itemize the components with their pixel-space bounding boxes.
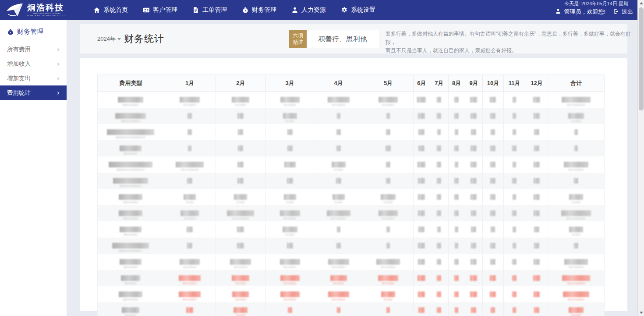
redacted-value (376, 259, 400, 265)
redacted-value (513, 113, 516, 119)
redacted-value (328, 97, 350, 103)
column-header-7: 7月 (430, 75, 448, 92)
redacted-value (238, 129, 243, 135)
column-header-11: 11月 (503, 75, 525, 92)
nav-item-workorders[interactable]: 工单管理 (186, 0, 233, 20)
table-cell (98, 108, 164, 124)
redacted-value (437, 178, 441, 184)
redacted-value (471, 194, 477, 200)
nav-item-label: 客户管理 (153, 6, 177, 14)
scrollbar-up-arrow[interactable] (638, 0, 644, 7)
table-cell (98, 238, 164, 254)
redacted-value (337, 227, 340, 232)
redacted-value (470, 291, 477, 297)
brand-logo-group[interactable]: 炯浩科技 HEILONGJIANG JIONGHAO SCIENCE AND T… (0, 3, 81, 17)
table-cell (216, 92, 266, 108)
redacted-value (287, 129, 293, 135)
redacted-value (122, 307, 139, 313)
scrollbar-thumb[interactable] (639, 7, 644, 110)
nav-item-hr[interactable]: 人力资源 (285, 0, 332, 20)
redacted-value (568, 113, 584, 119)
redacted-value (234, 194, 247, 200)
table-cell (548, 286, 605, 302)
redacted-value (120, 259, 142, 265)
redacted-value (437, 275, 441, 281)
table-cell (430, 156, 448, 173)
table-cell (413, 302, 430, 316)
scrollbar-down-arrow[interactable] (638, 309, 644, 316)
redacted-value (534, 307, 539, 313)
redacted-value (418, 113, 425, 119)
nav-item-settings[interactable]: 系统设置 (335, 0, 382, 20)
redacted-value (513, 194, 516, 200)
redacted-value (287, 178, 293, 184)
nav-item-label: 系统首页 (103, 6, 128, 14)
redacted-value (333, 194, 345, 200)
redacted-value (381, 291, 395, 297)
table-cell (483, 302, 503, 316)
table-cell (525, 189, 548, 205)
redacted-value (120, 146, 142, 151)
redacted-value (455, 243, 458, 249)
redacted-value (490, 210, 495, 216)
redacted-value (534, 291, 540, 297)
redacted-value (490, 291, 496, 297)
redacted-value (513, 243, 516, 249)
table-cell (483, 140, 503, 156)
table-cell (266, 205, 314, 221)
table-cell (525, 173, 548, 189)
redacted-value (284, 162, 296, 167)
table-cell (314, 156, 363, 173)
redacted-value (176, 162, 204, 167)
table-cell (448, 302, 465, 316)
table-cell (413, 270, 430, 286)
nav-item-customers[interactable]: 客户管理 (137, 0, 184, 20)
table-cell (216, 173, 266, 189)
nav-item-finance[interactable]: 财务管理 (236, 0, 283, 20)
redacted-value (332, 162, 346, 167)
table-cell (363, 254, 414, 270)
sidebar-item-add-income[interactable]: 增加收入› (0, 57, 67, 71)
table-cell (413, 156, 430, 173)
redacted-value (418, 129, 425, 135)
quote-block: 要多行善，多做对他人有益的事情。有句古话叫“积善之家有余庆”，意思是，多行善，多… (386, 30, 631, 55)
sidebar-item-expense-stats[interactable]: 费用统计› (0, 85, 67, 100)
table-cell (548, 302, 605, 316)
redacted-value (180, 97, 200, 103)
redacted-value (490, 275, 496, 281)
table-cell (266, 221, 314, 238)
redacted-value (107, 129, 154, 135)
table-cell (363, 270, 414, 286)
nav-item-label: 财务管理 (252, 6, 276, 14)
redacted-value (381, 194, 396, 200)
table-cell (164, 270, 216, 286)
sidebar-item-all-expenses[interactable]: 所有费用› (0, 42, 67, 57)
user-icon (555, 8, 561, 14)
table-row (98, 221, 605, 238)
table-cell (216, 254, 266, 270)
table-cell (465, 286, 482, 302)
column-header-6: 6月 (413, 75, 430, 92)
logout-button[interactable]: 退出 (613, 8, 633, 14)
column-header-4: 4月 (314, 75, 363, 92)
table-cell (448, 189, 465, 205)
table-cell (216, 286, 266, 302)
redacted-value (534, 178, 540, 184)
table-cell (430, 254, 448, 270)
table-cell (503, 124, 525, 140)
table-cell (164, 92, 216, 108)
redacted-value (187, 178, 192, 184)
nav-item-home[interactable]: 系统首页 (87, 0, 134, 20)
table-cell (548, 270, 605, 286)
table-cell (216, 189, 266, 205)
table-cell (503, 92, 525, 108)
year-selector[interactable]: 2024年 (97, 35, 121, 43)
redacted-value (513, 129, 516, 135)
redacted-value (455, 307, 458, 313)
redacted-value (471, 227, 476, 232)
table-cell (98, 140, 164, 156)
redacted-value (437, 210, 441, 216)
table-cell (430, 189, 448, 205)
redacted-value (284, 194, 296, 200)
sidebar-item-add-expense[interactable]: 增加支出› (0, 71, 67, 85)
